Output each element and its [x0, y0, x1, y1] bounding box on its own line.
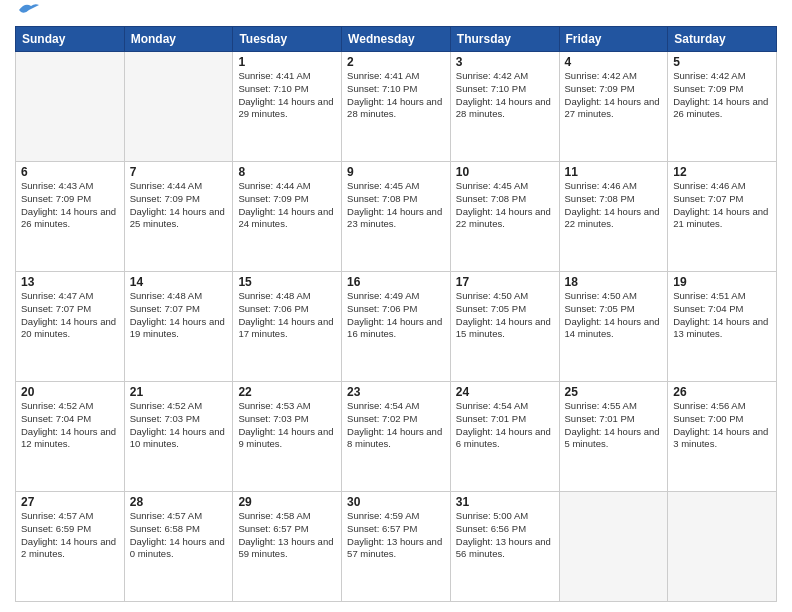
day-number: 22 [238, 385, 336, 399]
calendar-cell: 27Sunrise: 4:57 AM Sunset: 6:59 PM Dayli… [16, 492, 125, 602]
calendar-cell: 4Sunrise: 4:42 AM Sunset: 7:09 PM Daylig… [559, 52, 668, 162]
cell-info: Sunrise: 4:46 AM Sunset: 7:08 PM Dayligh… [565, 180, 663, 231]
calendar-cell: 2Sunrise: 4:41 AM Sunset: 7:10 PM Daylig… [342, 52, 451, 162]
cell-info: Sunrise: 4:42 AM Sunset: 7:09 PM Dayligh… [565, 70, 663, 121]
calendar-body: 1Sunrise: 4:41 AM Sunset: 7:10 PM Daylig… [16, 52, 777, 602]
calendar-week-row: 20Sunrise: 4:52 AM Sunset: 7:04 PM Dayli… [16, 382, 777, 492]
day-number: 23 [347, 385, 445, 399]
calendar-cell [16, 52, 125, 162]
day-number: 26 [673, 385, 771, 399]
cell-info: Sunrise: 4:49 AM Sunset: 7:06 PM Dayligh… [347, 290, 445, 341]
cell-info: Sunrise: 4:58 AM Sunset: 6:57 PM Dayligh… [238, 510, 336, 561]
cell-info: Sunrise: 4:55 AM Sunset: 7:01 PM Dayligh… [565, 400, 663, 451]
page: SundayMondayTuesdayWednesdayThursdayFrid… [0, 0, 792, 612]
day-number: 20 [21, 385, 119, 399]
calendar-cell: 5Sunrise: 4:42 AM Sunset: 7:09 PM Daylig… [668, 52, 777, 162]
day-number: 4 [565, 55, 663, 69]
calendar-cell: 22Sunrise: 4:53 AM Sunset: 7:03 PM Dayli… [233, 382, 342, 492]
day-number: 3 [456, 55, 554, 69]
calendar-cell: 15Sunrise: 4:48 AM Sunset: 7:06 PM Dayli… [233, 272, 342, 382]
day-number: 10 [456, 165, 554, 179]
calendar-cell [124, 52, 233, 162]
calendar-cell: 30Sunrise: 4:59 AM Sunset: 6:57 PM Dayli… [342, 492, 451, 602]
cell-info: Sunrise: 4:46 AM Sunset: 7:07 PM Dayligh… [673, 180, 771, 231]
cell-info: Sunrise: 4:51 AM Sunset: 7:04 PM Dayligh… [673, 290, 771, 341]
calendar-cell: 26Sunrise: 4:56 AM Sunset: 7:00 PM Dayli… [668, 382, 777, 492]
day-number: 18 [565, 275, 663, 289]
day-number: 12 [673, 165, 771, 179]
calendar-cell: 14Sunrise: 4:48 AM Sunset: 7:07 PM Dayli… [124, 272, 233, 382]
calendar-cell: 25Sunrise: 4:55 AM Sunset: 7:01 PM Dayli… [559, 382, 668, 492]
calendar-cell: 11Sunrise: 4:46 AM Sunset: 7:08 PM Dayli… [559, 162, 668, 272]
cell-info: Sunrise: 4:48 AM Sunset: 7:06 PM Dayligh… [238, 290, 336, 341]
calendar-week-row: 6Sunrise: 4:43 AM Sunset: 7:09 PM Daylig… [16, 162, 777, 272]
day-number: 9 [347, 165, 445, 179]
calendar-cell: 8Sunrise: 4:44 AM Sunset: 7:09 PM Daylig… [233, 162, 342, 272]
day-number: 24 [456, 385, 554, 399]
calendar-cell: 31Sunrise: 5:00 AM Sunset: 6:56 PM Dayli… [450, 492, 559, 602]
cell-info: Sunrise: 4:48 AM Sunset: 7:07 PM Dayligh… [130, 290, 228, 341]
calendar-cell: 7Sunrise: 4:44 AM Sunset: 7:09 PM Daylig… [124, 162, 233, 272]
weekday-header: Monday [124, 27, 233, 52]
day-number: 8 [238, 165, 336, 179]
day-number: 2 [347, 55, 445, 69]
day-number: 31 [456, 495, 554, 509]
day-number: 5 [673, 55, 771, 69]
calendar-cell: 12Sunrise: 4:46 AM Sunset: 7:07 PM Dayli… [668, 162, 777, 272]
calendar-cell: 21Sunrise: 4:52 AM Sunset: 7:03 PM Dayli… [124, 382, 233, 492]
cell-info: Sunrise: 4:57 AM Sunset: 6:58 PM Dayligh… [130, 510, 228, 561]
calendar-cell: 23Sunrise: 4:54 AM Sunset: 7:02 PM Dayli… [342, 382, 451, 492]
calendar-week-row: 13Sunrise: 4:47 AM Sunset: 7:07 PM Dayli… [16, 272, 777, 382]
cell-info: Sunrise: 4:50 AM Sunset: 7:05 PM Dayligh… [456, 290, 554, 341]
cell-info: Sunrise: 4:44 AM Sunset: 7:09 PM Dayligh… [238, 180, 336, 231]
weekday-header: Sunday [16, 27, 125, 52]
calendar-cell: 13Sunrise: 4:47 AM Sunset: 7:07 PM Dayli… [16, 272, 125, 382]
weekday-header: Thursday [450, 27, 559, 52]
logo [15, 10, 39, 18]
calendar-cell: 20Sunrise: 4:52 AM Sunset: 7:04 PM Dayli… [16, 382, 125, 492]
cell-info: Sunrise: 4:52 AM Sunset: 7:03 PM Dayligh… [130, 400, 228, 451]
calendar-cell: 24Sunrise: 4:54 AM Sunset: 7:01 PM Dayli… [450, 382, 559, 492]
calendar-cell: 17Sunrise: 4:50 AM Sunset: 7:05 PM Dayli… [450, 272, 559, 382]
cell-info: Sunrise: 4:57 AM Sunset: 6:59 PM Dayligh… [21, 510, 119, 561]
day-number: 7 [130, 165, 228, 179]
day-number: 29 [238, 495, 336, 509]
calendar-week-row: 1Sunrise: 4:41 AM Sunset: 7:10 PM Daylig… [16, 52, 777, 162]
calendar-cell: 3Sunrise: 4:42 AM Sunset: 7:10 PM Daylig… [450, 52, 559, 162]
day-number: 6 [21, 165, 119, 179]
calendar-cell: 29Sunrise: 4:58 AM Sunset: 6:57 PM Dayli… [233, 492, 342, 602]
day-number: 11 [565, 165, 663, 179]
cell-info: Sunrise: 4:54 AM Sunset: 7:01 PM Dayligh… [456, 400, 554, 451]
weekday-header: Wednesday [342, 27, 451, 52]
cell-info: Sunrise: 4:45 AM Sunset: 7:08 PM Dayligh… [456, 180, 554, 231]
cell-info: Sunrise: 4:41 AM Sunset: 7:10 PM Dayligh… [238, 70, 336, 121]
weekday-header: Saturday [668, 27, 777, 52]
calendar-cell [668, 492, 777, 602]
cell-info: Sunrise: 4:52 AM Sunset: 7:04 PM Dayligh… [21, 400, 119, 451]
calendar-cell: 28Sunrise: 4:57 AM Sunset: 6:58 PM Dayli… [124, 492, 233, 602]
day-number: 14 [130, 275, 228, 289]
calendar-cell: 6Sunrise: 4:43 AM Sunset: 7:09 PM Daylig… [16, 162, 125, 272]
cell-info: Sunrise: 4:50 AM Sunset: 7:05 PM Dayligh… [565, 290, 663, 341]
cell-info: Sunrise: 5:00 AM Sunset: 6:56 PM Dayligh… [456, 510, 554, 561]
cell-info: Sunrise: 4:45 AM Sunset: 7:08 PM Dayligh… [347, 180, 445, 231]
day-number: 15 [238, 275, 336, 289]
cell-info: Sunrise: 4:53 AM Sunset: 7:03 PM Dayligh… [238, 400, 336, 451]
day-number: 13 [21, 275, 119, 289]
day-number: 17 [456, 275, 554, 289]
calendar-cell: 10Sunrise: 4:45 AM Sunset: 7:08 PM Dayli… [450, 162, 559, 272]
calendar-cell [559, 492, 668, 602]
day-number: 25 [565, 385, 663, 399]
day-number: 30 [347, 495, 445, 509]
cell-info: Sunrise: 4:59 AM Sunset: 6:57 PM Dayligh… [347, 510, 445, 561]
calendar-cell: 1Sunrise: 4:41 AM Sunset: 7:10 PM Daylig… [233, 52, 342, 162]
calendar-header-row: SundayMondayTuesdayWednesdayThursdayFrid… [16, 27, 777, 52]
day-number: 16 [347, 275, 445, 289]
day-number: 21 [130, 385, 228, 399]
cell-info: Sunrise: 4:56 AM Sunset: 7:00 PM Dayligh… [673, 400, 771, 451]
calendar-cell: 9Sunrise: 4:45 AM Sunset: 7:08 PM Daylig… [342, 162, 451, 272]
header [15, 10, 777, 18]
day-number: 1 [238, 55, 336, 69]
calendar-table: SundayMondayTuesdayWednesdayThursdayFrid… [15, 26, 777, 602]
cell-info: Sunrise: 4:42 AM Sunset: 7:10 PM Dayligh… [456, 70, 554, 121]
